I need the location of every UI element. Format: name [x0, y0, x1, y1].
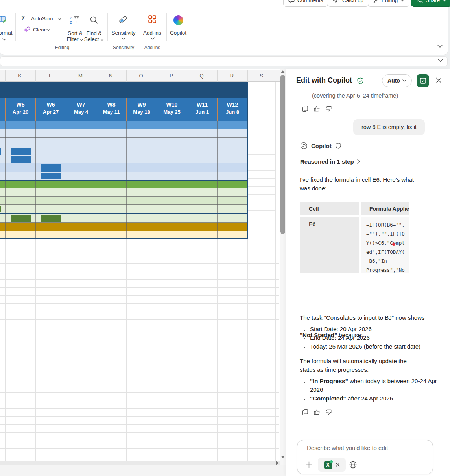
ribbon: ormat Σ AutoSum Clear A: [0, 0, 448, 55]
table-cell-formula: =IF(OR(B6="", =""),"",IF(TO Y()>C6,"Comp…: [361, 217, 409, 273]
comments-button[interactable]: Comments: [283, 0, 328, 7]
format-button[interactable]: ormat: [0, 30, 13, 36]
week-number: W8: [96, 101, 126, 108]
share-label: Share: [426, 0, 440, 3]
pencil-icon: [373, 0, 379, 3]
empty-cells-right[interactable]: [248, 82, 275, 239]
sensitivity-icon: [118, 14, 129, 24]
edit-square-icon: [420, 77, 426, 84]
gantt-bar-partial[interactable]: [0, 206, 1, 212]
gantt-bar[interactable]: [11, 148, 31, 155]
format-icon: [0, 14, 8, 24]
column-header[interactable]: K: [5, 73, 35, 79]
plus-icon: [305, 461, 313, 469]
sort-filter-button[interactable]: Sort & Filter: [65, 30, 86, 42]
status-bar: [0, 465, 286, 476]
collapse-ribbon-chevron-icon[interactable]: [437, 45, 443, 48]
week-header-cell[interactable]: W9 May 18: [127, 98, 157, 121]
thumbs-down-icon[interactable]: [325, 409, 332, 415]
thumbs-down-icon[interactable]: [325, 105, 332, 112]
column-header[interactable]: O: [126, 73, 156, 79]
column-header[interactable]: P: [156, 73, 186, 79]
week-header-cell[interactable]: W7 May 4: [66, 98, 96, 121]
gantt-bar[interactable]: [41, 173, 61, 179]
scroll-down-arrow-icon[interactable]: [281, 456, 285, 458]
week-number: W6: [36, 101, 66, 108]
thumbs-up-icon[interactable]: [314, 409, 320, 415]
week-number: W12: [218, 101, 247, 108]
shield-outline-icon: [335, 142, 341, 149]
sort-filter-icon: A Z: [70, 15, 80, 25]
gantt-section-border: [0, 223, 248, 223]
close-panel-button[interactable]: [435, 77, 442, 84]
find-select-button[interactable]: Find & Select: [83, 30, 105, 42]
week-number: W5: [6, 101, 35, 108]
list-item: End Date: 24 Apr 2026: [309, 334, 441, 342]
add-attachment-button[interactable]: [305, 461, 313, 469]
new-chat-button[interactable]: [417, 74, 429, 87]
week-header-cell[interactable]: W11 Jun 1: [187, 98, 218, 121]
copy-icon[interactable]: [302, 105, 308, 112]
share-button[interactable]: Share: [411, 0, 450, 7]
clear-button[interactable]: Clear: [33, 27, 46, 33]
gantt-bar-partial[interactable]: [0, 148, 1, 155]
ribbon-separator: [15, 13, 16, 41]
week-number: W11: [187, 101, 217, 108]
column-header[interactable]: N: [96, 73, 126, 79]
column-header-strip[interactable]: KLMNOPQRS: [0, 70, 280, 82]
column-header[interactable]: L: [35, 73, 65, 79]
chevron-down-icon[interactable]: [58, 18, 62, 20]
week-header-cell[interactable]: W12 Jun 8: [218, 98, 248, 121]
week-start-date: May 4: [66, 109, 96, 115]
svg-text:A: A: [70, 16, 72, 20]
auto-mode-dropdown[interactable]: Auto: [382, 74, 412, 87]
reasoned-steps-expander[interactable]: Reasoned in 1 step: [300, 158, 360, 165]
gantt-bar[interactable]: [41, 164, 61, 172]
scroll-up-arrow-icon[interactable]: [281, 70, 285, 73]
scroll-right-arrow-icon[interactable]: [276, 461, 279, 465]
column-header[interactable]: R: [217, 73, 247, 79]
gantt-bar[interactable]: [11, 156, 31, 163]
sensitivity-button[interactable]: Sensitivity: [111, 30, 136, 36]
chevron-down-icon[interactable]: [151, 37, 155, 40]
gantt-bar[interactable]: [41, 215, 61, 222]
autosum-button[interactable]: AutoSum: [31, 16, 53, 22]
week-start-date: Jun 1: [187, 109, 217, 115]
week-number: W9: [127, 101, 157, 108]
close-icon: [435, 77, 442, 84]
horizontal-scrollbar[interactable]: [0, 461, 280, 465]
vertical-scrollbar[interactable]: [280, 69, 286, 465]
chevron-down-icon[interactable]: [46, 29, 50, 31]
remove-context-icon[interactable]: [336, 463, 340, 467]
catch-up-button[interactable]: Catch up: [328, 0, 369, 7]
week-header-cell[interactable]: W5 Apr 20: [6, 98, 36, 121]
thumbs-up-icon[interactable]: [314, 105, 320, 112]
workbook-context-chip[interactable]: X: [318, 458, 346, 472]
gantt-week-header-row[interactable]: W5 Apr 20 W6 Apr 27 W7 May 4 W8 May 11 W…: [0, 98, 248, 121]
addins-button[interactable]: Add-ins: [142, 30, 162, 36]
web-search-toggle[interactable]: [349, 461, 357, 469]
copilot-icon: [173, 15, 183, 25]
formula-bar[interactable]: [0, 56, 448, 66]
column-header[interactable]: Q: [186, 73, 217, 79]
list-item: "In Progress" when today is between 20-2…: [309, 377, 441, 394]
date-bullet-list: Start Date: 20 Apr 2026End Date: 24 Apr …: [300, 325, 441, 351]
expand-formula-bar-chevron-icon[interactable]: [438, 59, 443, 62]
week-header-cell[interactable]: W6 Apr 27: [36, 98, 66, 121]
column-header[interactable]: S: [246, 73, 277, 79]
chat-input[interactable]: [306, 444, 422, 452]
gantt-bar[interactable]: [11, 215, 31, 222]
column-header[interactable]: M: [65, 73, 96, 79]
chevron-down-icon[interactable]: [122, 37, 125, 40]
copilot-button[interactable]: Copilot: [168, 30, 188, 36]
chat-input-card[interactable]: X: [297, 440, 433, 474]
week-header-cell[interactable]: W8 May 11: [96, 98, 127, 121]
vertical-scrollbar-thumb[interactable]: [280, 75, 285, 234]
gantt-title-band[interactable]: [0, 82, 248, 98]
editing-mode-button[interactable]: Editing: [368, 0, 409, 7]
addins-icon: [148, 15, 157, 24]
week-header-cell[interactable]: W10 May 25: [157, 98, 187, 121]
copy-icon[interactable]: [302, 409, 308, 415]
pulse-icon: [333, 0, 339, 3]
spreadsheet-grid[interactable]: KLMNOPQRS W5 Apr 20 W6 Apr 27 W7 May 4 W…: [0, 69, 280, 465]
